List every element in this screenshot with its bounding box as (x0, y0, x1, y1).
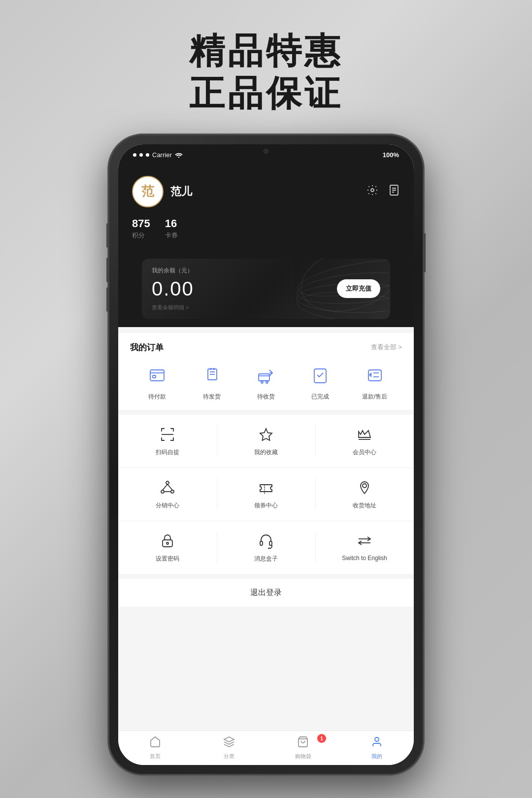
order-label-completed: 已完成 (311, 393, 329, 401)
camera-icon (264, 149, 268, 154)
cart-badge: 1 (317, 734, 326, 743)
refund-icon (362, 362, 388, 388)
menu-item-favorites[interactable]: 我的收藏 (217, 415, 315, 467)
order-item-pending-receive[interactable]: 待收货 (253, 362, 279, 401)
order-item-completed[interactable]: 已完成 (307, 362, 333, 401)
order-label-pending-ship: 待发货 (203, 393, 221, 401)
menu-row-1: 扫码自提 我的收藏 (118, 415, 414, 468)
nav-item-home[interactable]: 首页 (118, 733, 192, 763)
menu-item-distribution[interactable]: 分销中心 (118, 468, 217, 521)
svg-rect-11 (259, 374, 269, 381)
svg-point-1 (371, 189, 374, 192)
phone-mockup: Carrier 100% 范 范儿 (108, 134, 424, 775)
nav-item-categories[interactable]: 分类 (192, 733, 266, 763)
menu-item-coupon[interactable]: 领券中心 (217, 468, 315, 521)
coupon-label: 卡券 (165, 231, 178, 240)
orders-header: 我的订单 查看全部 > (130, 342, 402, 353)
nav-item-profile[interactable]: 我的 (340, 733, 414, 763)
wifi-icon (175, 151, 183, 159)
settings-icon[interactable] (366, 184, 378, 199)
menu-item-address[interactable]: 收货地址 (315, 468, 414, 521)
logout-button[interactable]: 退出登录 (118, 579, 414, 607)
status-left: Carrier (133, 151, 183, 159)
svg-point-13 (261, 381, 263, 383)
svg-point-24 (171, 490, 174, 493)
order-label-pending-pay: 待付款 (148, 393, 166, 401)
stat-points[interactable]: 875 积分 (132, 217, 150, 240)
svg-rect-30 (163, 540, 172, 547)
svg-rect-7 (153, 375, 156, 378)
menu-label-switch-language: Switch to English (342, 555, 387, 562)
menu-label-member: 会员中心 (353, 448, 376, 457)
pending-receive-icon (253, 362, 279, 388)
switch-icon (356, 532, 373, 550)
order-label-pending-receive: 待收货 (257, 393, 275, 401)
order-item-pending-ship[interactable]: 待发货 (199, 362, 225, 401)
stats-row: 875 积分 16 卡券 (132, 217, 400, 240)
pending-ship-icon (199, 362, 225, 388)
svg-line-25 (163, 484, 167, 490)
ticket-icon (257, 479, 275, 497)
menu-label-favorites: 我的收藏 (254, 448, 278, 457)
signal-dot-2 (139, 153, 143, 157)
profile-left: 范 范儿 (132, 176, 192, 207)
menu-label-messages: 消息盒子 (254, 555, 278, 563)
profile-top: 范 范儿 (132, 176, 400, 207)
scan-icon (159, 426, 176, 443)
svg-rect-33 (269, 541, 272, 545)
svg-rect-6 (150, 370, 164, 381)
menu-label-coupon: 领券中心 (254, 501, 278, 510)
completed-icon (307, 362, 333, 388)
menu-item-messages[interactable]: 消息盒子 (217, 521, 315, 574)
menu-row-2: 分销中心 领券中心 (118, 468, 414, 521)
svg-point-14 (266, 381, 268, 383)
nav-label-categories: 分类 (224, 753, 234, 760)
carrier-label: Carrier (152, 151, 172, 159)
grid-icon (223, 736, 235, 751)
svg-point-22 (166, 481, 169, 484)
order-label-refund: 退款/售后 (362, 393, 387, 401)
menu-row-3: 设置密码 消息盒子 (118, 521, 414, 574)
user-icon (371, 736, 383, 751)
avatar[interactable]: 范 (132, 176, 164, 207)
order-item-refund[interactable]: 退款/售后 (362, 362, 388, 401)
menu-item-scan[interactable]: 扫码自提 (118, 415, 217, 467)
svg-point-37 (375, 737, 379, 741)
svg-rect-32 (260, 541, 263, 545)
menu-label-distribution: 分销中心 (156, 501, 179, 510)
order-icons-row: 待付款 待发货 (130, 362, 402, 401)
svg-point-31 (166, 542, 168, 544)
headset-icon (257, 532, 275, 550)
nav-item-cart[interactable]: 1 购物袋 (266, 733, 340, 763)
pending-pay-icon (144, 362, 170, 388)
menu-label-scan: 扫码自提 (156, 448, 179, 457)
status-bar: Carrier 100% (118, 144, 414, 166)
orders-section: 我的订单 查看全部 > 待付款 (118, 333, 414, 410)
menu-item-switch-language[interactable]: Switch to English (315, 521, 414, 574)
orders-more[interactable]: 查看全部 > (371, 343, 402, 352)
order-item-pending-pay[interactable]: 待付款 (144, 362, 170, 401)
battery-label: 100% (383, 151, 399, 159)
content-area: 我的订单 查看全部 > 待付款 (118, 327, 414, 731)
profile-header: 范 范儿 (118, 166, 414, 252)
balance-card: 我的余额（元） 0.00 查看余额明细 > 立即充值 (142, 259, 390, 319)
menu-item-password[interactable]: 设置密码 (118, 521, 217, 574)
tagline-line1: 精品特惠 (189, 30, 343, 72)
star-icon (257, 426, 275, 443)
notes-icon[interactable] (388, 184, 400, 199)
stat-coupons[interactable]: 16 卡券 (165, 217, 178, 240)
svg-point-29 (363, 484, 366, 488)
recharge-button[interactable]: 立即充值 (337, 279, 380, 298)
menu-section: 扫码自提 我的收藏 (118, 415, 414, 574)
balance-card-wrapper: 我的余额（元） 0.00 查看余额明细 > 立即充值 (118, 252, 414, 327)
svg-point-23 (161, 490, 164, 493)
coupon-value: 16 (165, 217, 178, 230)
menu-item-member[interactable]: 会员中心 (315, 415, 414, 467)
logout-section: 退出登录 (118, 574, 414, 612)
signal-dot-1 (133, 153, 136, 157)
bag-icon (297, 736, 309, 751)
lock-icon (159, 532, 176, 550)
nav-label-cart: 购物袋 (295, 753, 311, 760)
home-icon (149, 736, 161, 751)
svg-line-26 (167, 484, 172, 490)
